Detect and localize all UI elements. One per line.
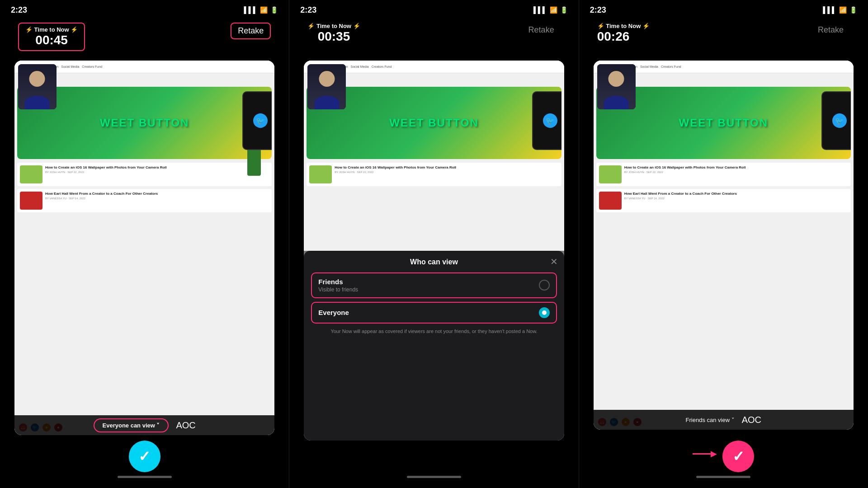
right-phone-mockup: 🐦	[821, 91, 851, 150]
middle-tweet-text: WEET BUTTON	[389, 117, 479, 129]
middle-screen: ≡ 🔍 All Posts Education Social Media Cre…	[304, 61, 564, 441]
middle-nav-creators[interactable]: Creators Fund	[372, 65, 392, 68]
middle-countdown: 00:35	[307, 29, 360, 44]
everyone-radio[interactable]	[539, 307, 550, 318]
right-twitter-icon: 🐦	[832, 113, 847, 128]
right-face-body	[604, 96, 629, 109]
modal-sheet: Who can view ✕ Friends Visible to friend…	[304, 251, 564, 441]
right-face-head	[609, 71, 624, 87]
left-face-cam	[18, 64, 57, 109]
left-panel-bottom: ✓	[0, 435, 289, 488]
everyone-option-row[interactable]: Everyone	[311, 302, 557, 324]
right-aoc-logo: AOC	[742, 415, 761, 425]
battery-icon: 🔋	[270, 6, 278, 14]
middle-face-person	[307, 64, 346, 109]
right-app-content: ≡ 🔍 All Posts Education Social Media Cre…	[594, 61, 854, 430]
right-article1-title: How to Create an iOS 16 Wallpaper with P…	[624, 165, 746, 170]
left-face-head	[29, 71, 45, 87]
right-article2-meta: BY VANESSA YU · SEP 14, 2022	[624, 197, 737, 200]
left-article2-meta: BY VANESSA YU · SEP 14, 2022	[45, 197, 158, 200]
left-bottom-bar: Everyone can view ˅ AOC	[14, 415, 274, 435]
everyone-option-inner: Everyone	[318, 307, 549, 318]
left-article1-meta: BY JOSH HUYN · SEP 22, 2022	[45, 171, 167, 174]
modal-close-button[interactable]: ✕	[550, 256, 558, 267]
middle-panel-bottom	[289, 441, 578, 488]
right-article2: How Earl Hall Went From a Creator to a C…	[596, 189, 851, 212]
friends-sublabel: Visible to friends	[318, 286, 358, 293]
right-signal-icon: ▌▌▌	[823, 6, 836, 14]
right-article1-text: How to Create an iOS 16 Wallpaper with P…	[624, 165, 746, 174]
right-checkmark-icon: ✓	[732, 448, 745, 465]
right-panel: 2:23 ▌▌▌ 📶 🔋 ⚡ Time to Now ⚡ 00:26 Retak…	[579, 0, 868, 488]
middle-article1-thumb	[309, 165, 332, 183]
everyone-label: Everyone	[318, 309, 349, 316]
left-article2-text: How Earl Hall Went From a Creator to a C…	[45, 192, 158, 200]
everyone-radio-inner	[542, 310, 547, 315]
right-view-button[interactable]: Friends can view ˅	[686, 417, 735, 423]
left-status-bar: 2:23 ▌▌▌ 📶 🔋	[0, 0, 289, 20]
signal-icon: ▌▌▌	[244, 6, 258, 14]
left-tweet-text: WEET BUTTON	[100, 117, 189, 129]
left-article1-text: How to Create an iOS 16 Wallpaper with P…	[45, 165, 167, 174]
right-time: 2:23	[590, 5, 606, 15]
middle-timer-area: ⚡ Time to Now ⚡ 00:35 Retake	[289, 20, 578, 61]
middle-timer-label: ⚡ Time to Now ⚡	[307, 23, 360, 29]
middle-nav-social[interactable]: Social Media	[351, 65, 369, 68]
nav-social[interactable]: Social Media	[61, 65, 79, 68]
middle-retake-button[interactable]: Retake	[522, 23, 561, 38]
middle-face-body	[314, 96, 339, 109]
right-tweet-text: WEET BUTTON	[679, 117, 769, 129]
right-retake-button[interactable]: Retake	[811, 23, 850, 38]
left-timer-box: ⚡ Time to Now ⚡ 00:45	[18, 23, 85, 51]
friends-option-inner: Friends Visible to friends	[318, 278, 549, 293]
right-nav-creators[interactable]: Creators Fund	[661, 65, 681, 68]
right-status-icons: ▌▌▌ 📶 🔋	[823, 6, 857, 14]
arrow-head-icon: ▶	[711, 449, 717, 459]
right-bottom-bar: Friends can view ˅ AOC	[594, 410, 854, 430]
middle-time: 2:23	[300, 5, 316, 15]
left-checkmark-icon: ✓	[138, 448, 151, 465]
middle-article1-text: How to Create an iOS 16 Wallpaper with P…	[335, 165, 456, 174]
left-retake-button[interactable]: Retake	[231, 23, 271, 39]
middle-phone-mockup: 🐦	[532, 91, 561, 150]
middle-face-head	[319, 71, 335, 87]
left-twitter-icon: 🐦	[253, 113, 268, 128]
middle-panel: 2:23 ▌▌▌ 📶 🔋 ⚡ Time to Now ⚡ 00:35 Retak…	[289, 0, 579, 488]
middle-face-cam	[307, 64, 346, 109]
left-face-body	[25, 96, 50, 109]
middle-wifi-icon: 📶	[550, 6, 557, 14]
right-arrow-indicator: ▶	[693, 449, 717, 459]
right-nav-social[interactable]: Social Media	[640, 65, 658, 68]
right-timer-label: ⚡ Time to Now ⚡	[597, 23, 650, 29]
middle-signal-icon: ▌▌▌	[533, 6, 547, 14]
left-status-icons: ▌▌▌ 📶 🔋	[244, 6, 278, 14]
left-timer-label: ⚡ Time to Now ⚡	[25, 26, 78, 33]
middle-article1: How to Create an iOS 16 Wallpaper with P…	[307, 163, 561, 186]
arrow-line	[693, 453, 711, 455]
wifi-icon: 📶	[260, 6, 268, 14]
middle-twitter-icon: 🐦	[543, 113, 557, 128]
middle-app-content: ≡ 🔍 All Posts Education Social Media Cre…	[304, 61, 564, 441]
right-status-bar: 2:23 ▌▌▌ 📶 🔋	[579, 0, 868, 20]
left-face-person	[18, 64, 57, 109]
middle-home-indicator	[407, 476, 461, 478]
left-article2: How Earl Hall Went From a Creator to a C…	[17, 189, 272, 212]
left-app-content: ≡ 🔍 All Posts Education Social Media Cre…	[14, 61, 274, 435]
friends-option-row[interactable]: Friends Visible to friends	[311, 272, 557, 298]
right-checkmark-area: ▶ ✓	[693, 435, 754, 472]
middle-timer-text: ⚡ Time to Now ⚡ 00:35	[307, 23, 360, 44]
right-checkmark-button[interactable]: ✓	[722, 441, 754, 472]
friends-radio[interactable]	[539, 280, 550, 291]
nav-creators[interactable]: Creators Fund	[82, 65, 102, 68]
left-time: 2:23	[11, 5, 27, 15]
middle-battery-icon: 🔋	[560, 6, 568, 14]
middle-status-bar: 2:23 ▌▌▌ 📶 🔋	[289, 0, 578, 20]
right-face-cam	[597, 64, 636, 109]
left-aoc-logo: AOC	[176, 420, 195, 431]
middle-status-icons: ▌▌▌ 📶 🔋	[533, 6, 568, 14]
left-article2-thumb	[20, 192, 42, 210]
right-battery-icon: 🔋	[849, 6, 857, 14]
middle-article1-title: How to Create an iOS 16 Wallpaper with P…	[335, 165, 456, 170]
left-view-button[interactable]: Everyone can view ˅	[94, 418, 169, 432]
left-checkmark-button[interactable]: ✓	[129, 441, 160, 472]
